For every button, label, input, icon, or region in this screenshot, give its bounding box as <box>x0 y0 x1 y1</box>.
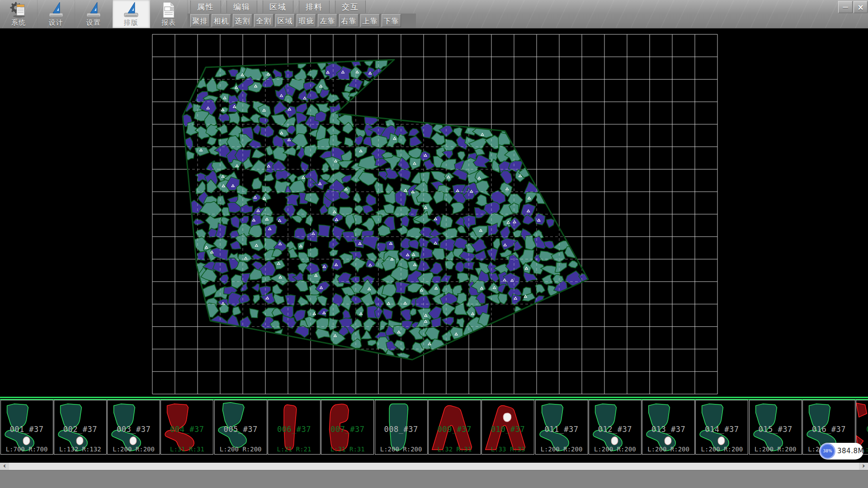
action-buttons: 聚排相机选割全割区域瑕疵左靠右靠上靠下靠 <box>190 14 403 28</box>
piece-shape-icon <box>750 400 802 454</box>
thumbnail-tile[interactable]: 008_#37L:200 R:200 <box>375 400 428 455</box>
status-bar <box>0 470 868 488</box>
progress-circle-icon: 38% <box>820 443 835 459</box>
piece-shape-icon <box>215 400 267 454</box>
thumbnail-strip: 001_#37L:700 R:700002_#37L:132 R:132003_… <box>0 397 868 455</box>
thumbnail-tile[interactable]: 007_#37L:31 R:31 <box>321 400 374 455</box>
toolbar-button-design[interactable]: 设计 <box>38 0 75 28</box>
scroll-right-button[interactable]: › <box>859 463 868 470</box>
menu-tab-2[interactable]: 区域 <box>263 0 293 13</box>
memory-value: 384.8M <box>837 443 864 460</box>
piece-shape-icon <box>321 400 373 454</box>
icon-buttons: 系统设计设置排版报表 <box>0 0 188 28</box>
thumbnail-tile[interactable]: 002_#37L:132 R:132 <box>54 400 107 455</box>
piece-shape-icon <box>268 400 320 454</box>
action-button-4[interactable]: 区域 <box>275 14 295 27</box>
close-button[interactable]: × <box>854 1 868 13</box>
piece-shape-icon <box>375 400 427 454</box>
scroll-left-button[interactable]: ‹ <box>0 463 9 470</box>
progress-percent: 38% <box>823 449 832 453</box>
action-button-7[interactable]: 右靠 <box>339 14 359 27</box>
nesting-canvas[interactable] <box>0 28 868 397</box>
piece-shape-icon <box>1 400 53 454</box>
thumbnail-tile[interactable]: 004_#37L:31 R:31 <box>160 400 213 455</box>
memory-badge: 38% 384.8M <box>819 443 863 460</box>
action-button-6[interactable]: 左靠 <box>318 14 337 27</box>
strip-separator-line <box>0 397 868 398</box>
piece-shape-icon <box>161 400 213 454</box>
thumbnail-tile[interactable]: 014_#37L:200 R:200 <box>695 400 748 455</box>
piece-shape-icon <box>696 400 748 454</box>
toolbar-button-label: 设计 <box>38 19 75 27</box>
piece-shape-icon <box>642 400 694 454</box>
nesting-layout-svg <box>0 28 868 397</box>
bottom-scrollbar: ‹ › <box>0 463 868 470</box>
thumbnail-tiles: 001_#37L:700 R:700002_#37L:132 R:132003_… <box>0 400 868 455</box>
menu-tab-4[interactable]: 交互 <box>335 0 366 13</box>
toolbar-button-nesting[interactable]: 排版 <box>113 0 150 28</box>
menu-tab-0[interactable]: 属性 <box>190 0 221 13</box>
thumbnail-tile[interactable]: 012_#37L:200 R:200 <box>589 400 642 455</box>
piece-shape-icon <box>589 400 641 454</box>
thumbnail-tile[interactable]: 005_#37L:200 R:200 <box>214 400 267 455</box>
action-button-8[interactable]: 上靠 <box>360 14 380 27</box>
piece-shape-icon <box>482 400 534 454</box>
piece-shape-icon <box>54 400 106 454</box>
action-button-5[interactable]: 瑕疵 <box>297 14 316 27</box>
toolbar-button-report[interactable]: 报表 <box>150 0 188 28</box>
piece-shape-icon <box>108 400 160 454</box>
thumbnail-tile[interactable]: 010_#37L:33 R:33 <box>481 400 534 455</box>
toolbar-button-label: 报表 <box>150 19 187 27</box>
thumbnail-tile[interactable]: 006_#37L:21 R:21 <box>268 400 321 455</box>
toolbar-button-label: 系统 <box>0 19 37 27</box>
action-button-1[interactable]: 相机 <box>212 14 231 27</box>
toolbar-button-system[interactable]: 系统 <box>0 0 38 28</box>
action-button-2[interactable]: 选割 <box>233 14 252 27</box>
thumbnail-tile[interactable]: 009_#37L:32 R:31 <box>428 400 481 455</box>
menu-tab-3[interactable]: 排料 <box>299 0 330 13</box>
toolbar-button-label: 设置 <box>75 19 112 27</box>
action-button-0[interactable]: 聚排 <box>190 14 210 27</box>
thumbnail-tile[interactable]: 003_#37L:200 R:200 <box>107 400 160 455</box>
menu-tabs: 属性编辑区域排料交互 <box>190 0 371 14</box>
thumbnail-tile[interactable]: 013_#37L:200 R:200 <box>642 400 695 455</box>
minimize-button[interactable]: — <box>838 1 853 13</box>
action-button-9[interactable]: 下靠 <box>382 14 401 27</box>
toolbar-button-settings[interactable]: 设置 <box>75 0 113 28</box>
thumbnail-tile[interactable]: 001_#37L:700 R:700 <box>0 400 53 455</box>
thumbnail-tile[interactable]: 015_#37L:200 R:200 <box>749 400 802 455</box>
thumbnail-tile[interactable]: 011_#37L:200 R:200 <box>535 400 588 455</box>
scrollbar-track[interactable] <box>9 463 859 470</box>
menu-tab-1[interactable]: 编辑 <box>226 0 257 13</box>
toolbar-button-label: 排版 <box>113 19 150 27</box>
piece-shape-icon <box>429 400 481 454</box>
piece-shape-icon <box>536 400 588 454</box>
action-button-3[interactable]: 全割 <box>254 14 274 27</box>
main-toolbar: 系统设计设置排版报表 属性编辑区域排料交互 聚排相机选割全割区域瑕疵左靠右靠上靠… <box>0 0 868 28</box>
